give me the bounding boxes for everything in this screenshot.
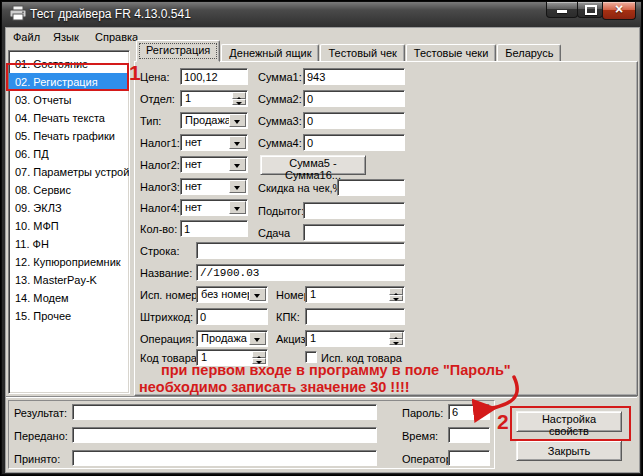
mode-list: 01. Состояние 02. Регистрация 03. Отчеты…: [8, 50, 130, 394]
tab-test-receipts[interactable]: Тестовые чеки: [406, 44, 496, 62]
department-stepper[interactable]: 1: [180, 90, 248, 107]
change-input[interactable]: [303, 224, 405, 241]
sidebar-item-service[interactable]: 08. Сервис: [9, 181, 129, 199]
kpk-label: КПК:: [276, 311, 300, 323]
result-field[interactable]: [72, 404, 377, 420]
department-label: Отдел:: [140, 93, 175, 105]
sidebar-item-fn[interactable]: 11. ФН: [9, 235, 129, 253]
operator-field[interactable]: [448, 450, 490, 466]
tab-test-receipt[interactable]: Тестовый чек: [320, 44, 404, 62]
operator-label: Оператор:: [402, 453, 455, 465]
use-number-select[interactable]: без номера: [196, 286, 268, 303]
excise-label: Акциз:: [276, 333, 309, 345]
sidebar-item-modem[interactable]: 14. Модем: [9, 289, 129, 307]
chevron-down-icon[interactable]: [229, 180, 246, 193]
result-label: Результат:: [14, 407, 67, 419]
sidebar-item-eklz[interactable]: 09. ЭКЛЗ: [9, 199, 129, 217]
menu-language[interactable]: Язык: [53, 31, 79, 43]
item-code-stepper[interactable]: 1: [196, 349, 268, 366]
printer-icon: [9, 5, 27, 21]
check-discount-input[interactable]: [337, 179, 405, 196]
operation-label: Операция:: [140, 333, 194, 345]
name-input[interactable]: [196, 264, 405, 281]
tab-belarus[interactable]: Беларусь: [497, 44, 561, 62]
tax1-label: Налог1:: [140, 137, 180, 149]
window-title: Тест драйвера FR 4.13.0.541: [30, 7, 191, 21]
spinner-arrows-icon[interactable]: [389, 332, 403, 345]
chevron-down-icon[interactable]: [229, 114, 246, 127]
maximize-button[interactable]: [577, 2, 603, 18]
settings-button[interactable]: Настройка свойств: [516, 411, 622, 432]
type-label: Тип:: [140, 115, 161, 127]
use-number-label: Исп. номер:: [140, 289, 201, 301]
sidebar-item-registration[interactable]: 02. Регистрация: [9, 73, 129, 91]
minimize-button[interactable]: [546, 2, 578, 18]
spinner-arrows-icon[interactable]: [232, 92, 246, 105]
sidebar-item-pd[interactable]: 06. ПД: [9, 145, 129, 163]
sum2-input[interactable]: [303, 90, 405, 107]
operation-select[interactable]: Продажа: [196, 330, 268, 347]
time-field[interactable]: [448, 427, 490, 443]
line-input[interactable]: [196, 242, 405, 259]
sum2-label: Сумма2:: [258, 93, 302, 105]
spinner-arrows-icon[interactable]: [252, 351, 266, 364]
chevron-down-icon[interactable]: [229, 136, 246, 149]
sum3-label: Сумма3:: [258, 115, 302, 127]
chevron-down-icon[interactable]: [229, 201, 246, 214]
sidebar-item-masterpay[interactable]: 13. MasterPay-K: [9, 271, 129, 289]
sum1-input[interactable]: [303, 68, 405, 85]
line-label: Строка:: [140, 245, 179, 257]
tax4-label: Налог4:: [140, 202, 180, 214]
sidebar-item-print-text[interactable]: 04. Печать текста: [9, 109, 129, 127]
spinner-arrows-icon[interactable]: [389, 288, 403, 301]
sidebar-item-other[interactable]: 15. Прочее: [9, 307, 129, 325]
tab-registration[interactable]: Регистрация: [136, 40, 220, 62]
check-discount-label: Скидка на чек,%: [258, 182, 342, 194]
tab-cash-drawer[interactable]: Денежный ящик: [221, 44, 319, 62]
quantity-label: Кол-во:: [140, 223, 177, 235]
tax3-select[interactable]: нет: [180, 178, 248, 195]
price-input[interactable]: [180, 68, 248, 85]
kpk-input[interactable]: [305, 308, 405, 325]
excise-stepper[interactable]: 1: [305, 330, 405, 347]
tax2-select[interactable]: нет: [180, 156, 248, 173]
number-stepper[interactable]: 1: [305, 286, 405, 303]
use-item-code-label: Исп. код товара: [321, 352, 402, 364]
tax3-label: Налог3:: [140, 181, 180, 193]
sent-field[interactable]: [72, 427, 377, 443]
password-input[interactable]: [448, 404, 490, 420]
tax2-label: Налог2:: [140, 159, 180, 171]
received-field[interactable]: [72, 450, 377, 466]
type-select[interactable]: Продажа: [180, 112, 248, 129]
sum1-label: Сумма1:: [258, 71, 302, 83]
close-button[interactable]: [602, 2, 636, 20]
sidebar-item-device-params[interactable]: 07. Параметры устройства: [9, 163, 129, 181]
menu-help[interactable]: Справка: [95, 31, 138, 43]
quantity-input[interactable]: [180, 220, 248, 237]
time-label: Время:: [402, 430, 438, 442]
sum3-input[interactable]: [303, 112, 405, 129]
barcode-input[interactable]: [196, 308, 268, 325]
sidebar-item-state[interactable]: 01. Состояние: [9, 55, 129, 73]
chevron-down-icon[interactable]: [229, 158, 246, 171]
subtotal-label: Подытог:: [258, 205, 304, 217]
price-label: Цена:: [140, 71, 170, 83]
sidebar-item-print-graphics[interactable]: 05. Печать графики: [9, 127, 129, 145]
menu-file[interactable]: Файл: [13, 31, 40, 43]
sum5-16-button[interactable]: Сумма5 - Сумма16...: [260, 155, 366, 175]
use-item-code-checkbox[interactable]: [305, 351, 317, 363]
change-label: Сдача: [258, 227, 290, 239]
screenshot-root: { "colors": { "selection_blue": "#2f8feb…: [0, 0, 643, 476]
chevron-down-icon[interactable]: [249, 288, 266, 301]
close-app-button[interactable]: Закрыть: [516, 440, 622, 461]
barcode-label: Штрихкод:: [140, 311, 193, 323]
sum4-input[interactable]: [303, 134, 405, 151]
tax1-select[interactable]: нет: [180, 134, 248, 151]
chevron-down-icon[interactable]: [249, 332, 266, 345]
sidebar-item-mfp[interactable]: 10. МФП: [9, 217, 129, 235]
sidebar-item-reports[interactable]: 03. Отчеты: [9, 91, 129, 109]
subtotal-input[interactable]: [303, 202, 405, 219]
tax4-select[interactable]: нет: [180, 199, 248, 216]
sidebar-item-bill-acceptor[interactable]: 12. Купюроприемник: [9, 253, 129, 271]
sent-label: Передано:: [14, 430, 68, 442]
